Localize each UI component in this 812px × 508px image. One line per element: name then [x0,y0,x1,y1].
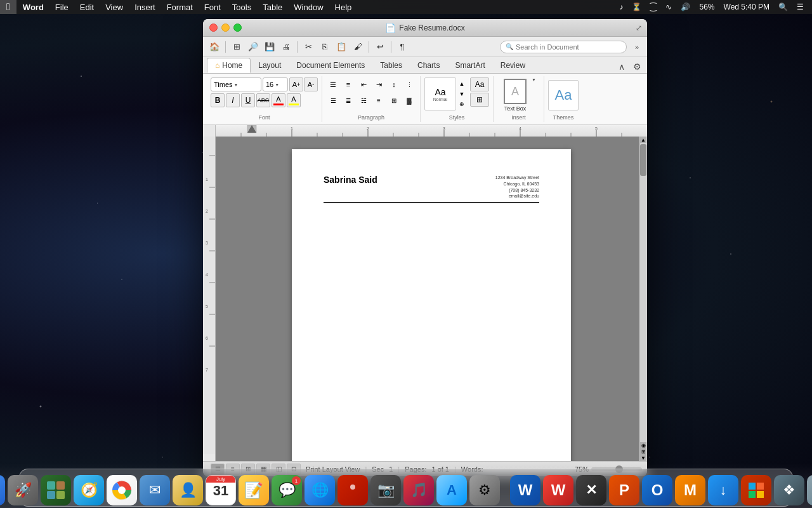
menubar-insert[interactable]: Insert [129,0,160,14]
tab-tables[interactable]: Tables [372,58,410,73]
dock-itunes[interactable]: 🎵 [403,475,434,505]
bold-button[interactable]: B [211,93,225,107]
ribbon-collapse-btn[interactable]: ∧ [615,60,628,73]
ribbon-settings-btn[interactable]: ⚙ [631,60,643,73]
menubar-word[interactable]: Word [18,0,49,14]
tab-home[interactable]: ⌂ Home [207,58,251,73]
expand-button[interactable]: ⤢ [636,23,642,32]
align-left-btn[interactable]: ☰ [326,93,340,107]
scroll-mid-btn[interactable]: ◉ [640,442,646,448]
dock-appstore[interactable]: A [436,475,467,505]
menubar-search-icon[interactable]: 🔍 [775,3,791,11]
menubar-font[interactable]: Font [199,0,226,14]
strikethrough-button[interactable]: ABC [256,93,270,107]
tab-charts[interactable]: Charts [410,58,447,73]
maximize-button[interactable] [233,23,242,32]
menubar-table[interactable]: Table [258,0,287,14]
dock-launchpad[interactable]: 🚀 [8,475,38,505]
dock-contacts[interactable]: 👤 [173,475,203,505]
dock-windows-app[interactable]: ❖ [774,475,804,505]
home-quick-btn[interactable]: 🏠 [207,39,222,55]
toolbar-expand-btn[interactable]: » [631,41,643,53]
dock-openoffice[interactable]: O [642,475,672,505]
view-toggle-btn[interactable]: ⊞ [229,39,244,55]
font-grow-btn[interactable]: A+ [289,77,303,91]
document-scroll[interactable]: Sabrina Said 1234 Broadway Street Chicag… [216,137,647,461]
align-right-btn[interactable]: ☵ [357,93,370,107]
align-center-btn[interactable]: ≣ [341,93,355,107]
save-btn[interactable]: 💾 [262,39,277,55]
outdent-btn[interactable]: ⇤ [357,77,370,91]
dock-stickies[interactable]: 📝 [239,475,269,505]
styles-quick-btn2[interactable]: ⊞ [470,93,489,107]
close-button[interactable] [209,23,218,32]
dock-downloader[interactable]: ↓ [708,475,738,505]
styles-expand-btn[interactable]: ⊕ [457,100,466,109]
menubar-view[interactable]: View [100,0,128,14]
themes-preview-btn[interactable]: Aa [548,80,579,110]
zoom-btn[interactable]: 🔎 [246,39,261,55]
dock-powerpoint[interactable]: P [609,475,639,505]
dock-calendar[interactable]: July 31 [206,475,236,505]
dock-finder[interactable]: 🔵 [0,475,5,505]
dock-wps[interactable]: W [543,475,573,505]
menubar-window[interactable]: Window [289,0,328,14]
apple-menu[interactable]:  [0,0,16,14]
menubar-tools[interactable]: Tools [227,0,256,14]
minimize-button[interactable] [221,23,230,32]
undo-btn[interactable]: ↩ [372,39,388,55]
dock-trash[interactable]: 🗑 [807,475,812,505]
dock-mail[interactable]: ✉ [140,475,170,505]
dock-parallels[interactable] [741,475,771,505]
tab-layout[interactable]: Layout [251,58,289,73]
style-sample-normal[interactable]: Aa Normal [424,77,456,110]
styles-down-btn[interactable]: ▼ [457,90,466,98]
justify-btn[interactable]: ≡ [372,93,386,107]
dock-globe[interactable]: 🌐 [304,475,335,505]
menubar-file[interactable]: File [50,0,74,14]
number-list-btn[interactable]: ≡ [341,77,355,91]
scroll-up-btn[interactable]: ▲ [640,137,646,143]
line-spacing-btn[interactable]: ↕ [387,77,401,91]
shading-btn[interactable]: ▓ [402,93,416,107]
menubar-time-machine[interactable]: ⏳ [629,3,645,11]
menubar-help[interactable]: Help [330,0,357,14]
borders-btn[interactable]: ⊞ [387,93,401,107]
scroll-resize-btn[interactable]: ⊞ [640,448,646,455]
dock-mango[interactable]: M [675,475,705,505]
text-box-btn[interactable]: A Text Box [501,77,529,113]
dock-messages[interactable]: 💬 1 [272,475,302,505]
paragraph-mark-btn[interactable]: ¶ [395,39,410,55]
dock-camera[interactable]: 📷 [370,475,401,505]
underline-button[interactable]: U [241,93,255,107]
dock-iphoto[interactable] [337,475,368,505]
tab-document-elements[interactable]: Document Elements [289,58,372,73]
menubar-format[interactable]: Format [162,0,198,14]
search-box[interactable]: 🔍 [500,41,627,53]
menubar-volume[interactable]: 🔊 [678,3,693,11]
dock-chrome[interactable] [107,475,137,505]
styles-quick-btn1[interactable]: Aa [470,77,489,91]
dock-photos-app[interactable] [41,475,71,505]
font-family-selector[interactable]: Times ▼ [211,77,261,91]
textbox-arrow-btn[interactable]: ▼ [532,77,536,82]
indent-btn[interactable]: ⇥ [372,77,386,91]
dock-word[interactable]: W [510,475,540,505]
font-color-button[interactable]: A [272,93,285,107]
more-para-btn[interactable]: ⋮ [402,77,416,91]
dock-sysprefs[interactable]: ⚙ [469,475,500,505]
print-btn[interactable]: 🖨 [278,39,294,55]
styles-up-btn[interactable]: ▲ [457,79,466,88]
menubar-list-icon[interactable]: ☰ [794,3,807,11]
italic-button[interactable]: I [226,93,240,107]
menubar-bluetooth[interactable]: ⁐ [647,3,660,11]
cut-btn[interactable]: ✂ [301,39,316,55]
font-size-selector[interactable]: 16 ▼ [263,77,288,91]
dock-xapp[interactable]: ✕ [576,475,606,505]
scroll-down-btn[interactable]: ▼ [640,455,646,461]
format-painter-btn[interactable]: 🖌 [350,39,365,55]
dock-safari[interactable]: 🧭 [74,475,104,505]
menubar-wifi[interactable]: ∿ [662,3,675,11]
copy-btn[interactable]: ⎘ [317,39,332,55]
search-input[interactable] [516,43,617,51]
